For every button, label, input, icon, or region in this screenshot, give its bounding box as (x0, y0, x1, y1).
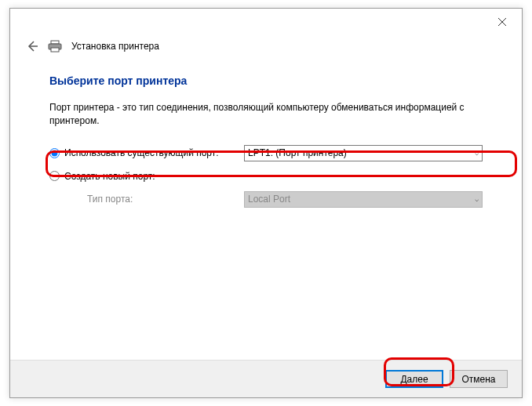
printer-icon (48, 40, 62, 53)
port-type-row: Тип порта: Local Port ⌵ (49, 191, 483, 208)
back-button[interactable] (26, 40, 38, 53)
radio-use-existing[interactable]: Использовать существующий порт: (49, 147, 244, 158)
close-icon (498, 18, 506, 26)
cancel-button[interactable]: Отмена (450, 370, 508, 388)
svg-rect-3 (51, 41, 59, 44)
option-use-existing: Использовать существующий порт: LPT1: (П… (49, 145, 483, 161)
existing-port-value: LPT1: (Порт принтера) (248, 147, 347, 158)
close-button[interactable] (489, 12, 516, 32)
radio-create-new-label: Создать новый порт: (64, 171, 155, 182)
next-button[interactable]: Далее (385, 370, 443, 388)
radio-create-new[interactable]: Создать новый порт: (49, 171, 244, 182)
arrow-left-icon (26, 40, 38, 53)
svg-rect-5 (51, 48, 59, 52)
radio-create-new-input[interactable] (49, 171, 60, 181)
content-area: Выберите порт принтера Порт принтера - э… (10, 59, 522, 208)
page-description: Порт принтера - это тип соединения, позв… (49, 101, 483, 128)
page-heading: Выберите порт принтера (49, 74, 483, 87)
chevron-down-icon: ⌵ (475, 195, 479, 203)
button-bar: Далее Отмена (10, 360, 522, 397)
titlebar (10, 9, 522, 35)
option-create-new: Создать новый порт: (49, 171, 483, 182)
existing-port-dropdown[interactable]: LPT1: (Порт принтера) ⌵ (244, 145, 483, 161)
port-type-dropdown: Local Port ⌵ (244, 191, 483, 208)
wizard-title: Установка принтера (71, 41, 159, 52)
wizard-dialog: Установка принтера Выберите порт принтер… (9, 8, 523, 398)
header-row: Установка принтера (10, 35, 522, 59)
port-type-value: Local Port (248, 194, 290, 205)
chevron-down-icon: ⌵ (475, 149, 479, 157)
radio-use-existing-input[interactable] (49, 148, 60, 158)
radio-use-existing-label: Использовать существующий порт: (64, 147, 219, 158)
port-type-label: Тип порта: (49, 194, 244, 205)
